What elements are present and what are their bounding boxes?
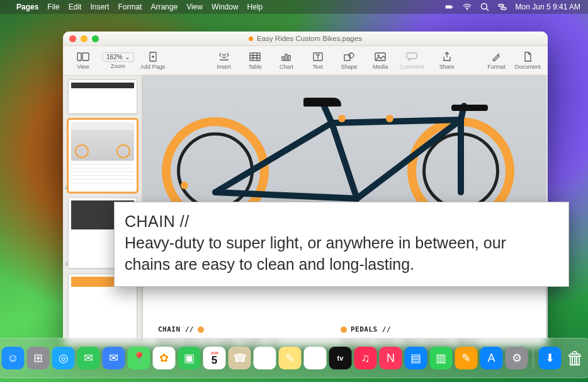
text-label: Text (313, 64, 324, 70)
format-label: Format (487, 64, 506, 70)
dock-facetime[interactable]: ▣ (178, 347, 201, 369)
media-label: Media (373, 64, 388, 70)
menu-file[interactable]: File (47, 3, 59, 11)
bike-seat (303, 98, 341, 107)
dock-news[interactable]: N (380, 347, 402, 369)
callout-dot-icon (198, 327, 204, 333)
pedals-heading: PEDALS // (351, 325, 391, 333)
svg-rect-1 (452, 6, 453, 8)
insert-button[interactable]: Insert (210, 51, 238, 70)
wifi-icon[interactable] (463, 3, 472, 11)
add-page-button[interactable]: Add Page (139, 51, 167, 70)
document-label: Document (515, 64, 541, 70)
svg-rect-6 (77, 53, 81, 61)
dock-maps[interactable]: 📍 (128, 347, 150, 369)
dock-launchpad[interactable]: ⊞ (27, 347, 50, 369)
control-center-icon[interactable] (498, 3, 507, 11)
dock-messages[interactable]: ✉ (77, 347, 100, 369)
page-thumbnail-1[interactable] (68, 79, 137, 114)
table-button[interactable]: Table (241, 51, 269, 70)
svg-rect-4 (499, 4, 504, 6)
dock-music[interactable]: ♫ (354, 347, 377, 369)
dock: ☺⊞◎✉✉📍✿▣JUN5☎≣✎✦tv♫N▤▥✎A⚙⬇🗑 (0, 338, 588, 378)
dock-downloads[interactable]: ⬇ (539, 347, 562, 369)
dock-appstore[interactable]: A (480, 347, 503, 369)
dock-tv[interactable]: tv (329, 347, 352, 369)
share-button[interactable]: Share (433, 51, 461, 70)
dock-numbers[interactable]: ▥ (430, 347, 453, 369)
pages-window: Easy Rides Custom Bikes.pages View 162%⌄… (63, 32, 548, 347)
svg-rect-18 (407, 53, 417, 59)
chart-label: Chart (280, 64, 293, 70)
shape-label: Shape (341, 64, 358, 70)
dock-settings[interactable]: ⚙ (506, 347, 528, 369)
desktop: Pages File Edit Insert Format Arrange Vi… (0, 0, 588, 382)
window-title: Easy Rides Custom Bikes.pages (257, 35, 362, 42)
app-name[interactable]: Pages (16, 3, 38, 11)
dock-pages[interactable]: ✎ (455, 347, 478, 369)
svg-point-3 (481, 4, 487, 9)
svg-rect-12 (288, 55, 290, 61)
comment-label: Comment (400, 64, 424, 70)
dock-calendar[interactable]: JUN5 (203, 347, 226, 369)
text-button[interactable]: Text (304, 51, 332, 70)
dock-finder[interactable]: ☺ (2, 347, 25, 369)
svg-point-17 (378, 55, 380, 57)
menu-format[interactable]: Format (118, 3, 142, 11)
callout-dot-seat (338, 115, 346, 122)
document-button[interactable]: Document (514, 51, 541, 70)
comment-button[interactable]: Comment (398, 51, 426, 70)
page-thumbnail-2[interactable]: 2 (68, 119, 137, 192)
fullscreen-button[interactable] (92, 35, 99, 42)
dock-trash[interactable]: 🗑 (564, 347, 587, 369)
svg-rect-7 (82, 53, 89, 61)
svg-rect-5 (501, 8, 506, 9)
svg-rect-0 (445, 5, 451, 8)
format-button[interactable]: Format (483, 51, 511, 70)
close-button[interactable] (69, 35, 76, 42)
menubar: Pages File Edit Insert Format Arrange Vi… (0, 0, 588, 14)
insert-label: Insert (217, 64, 231, 70)
dock-contacts[interactable]: ☎ (229, 347, 251, 369)
dock-safari[interactable]: ◎ (52, 347, 75, 369)
chart-button[interactable]: Chart (273, 51, 300, 70)
hover-text-overlay: CHAIN // Heavy-duty to super light, or a… (114, 202, 569, 287)
menu-arrange[interactable]: Arrange (150, 3, 178, 11)
dock-freeform[interactable]: ✦ (304, 347, 327, 369)
svg-point-2 (466, 9, 468, 10)
menu-insert[interactable]: Insert (90, 3, 109, 11)
callout-dot-wheel (181, 182, 188, 189)
dock-photos[interactable]: ✿ (153, 347, 176, 369)
dock-notes[interactable]: ✎ (279, 347, 302, 369)
menubar-clock[interactable]: Mon Jun 5 9:41 AM (516, 3, 580, 11)
dock-keynote[interactable]: ▤ (405, 347, 427, 369)
media-button[interactable]: Media (366, 51, 394, 70)
callout-dot-frame (386, 115, 393, 122)
svg-rect-9 (250, 53, 260, 61)
chevron-down-icon: ⌄ (125, 54, 130, 61)
battery-icon[interactable] (445, 3, 454, 11)
add-page-label: Add Page (140, 64, 166, 70)
dock-mail[interactable]: ✉ (103, 347, 125, 369)
svg-rect-11 (285, 54, 287, 61)
zoom-label: Zoom (111, 63, 125, 69)
bike-handlebars (451, 105, 488, 111)
spotlight-search-icon[interactable] (480, 3, 489, 11)
menu-view[interactable]: View (186, 3, 203, 11)
view-button[interactable]: View (69, 51, 97, 70)
menu-window[interactable]: Window (212, 3, 239, 11)
titlebar[interactable]: Easy Rides Custom Bikes.pages (63, 32, 548, 46)
chain-heading: CHAIN // (158, 325, 194, 333)
minimize-button[interactable] (81, 35, 88, 42)
hover-text-heading: CHAIN // (125, 211, 556, 233)
callout-dot-icon (341, 327, 347, 333)
dock-reminders[interactable]: ≣ (254, 347, 276, 369)
menu-help[interactable]: Help (247, 3, 263, 11)
svg-rect-10 (282, 57, 284, 61)
zoom-control[interactable]: 162%⌄ Zoom (101, 52, 135, 69)
toolbar: View 162%⌄ Zoom Add Page Insert Table C (63, 46, 548, 76)
shape-button[interactable]: Shape (336, 51, 363, 70)
share-label: Share (439, 64, 455, 70)
menu-edit[interactable]: Edit (69, 3, 82, 11)
svg-point-15 (349, 53, 354, 58)
